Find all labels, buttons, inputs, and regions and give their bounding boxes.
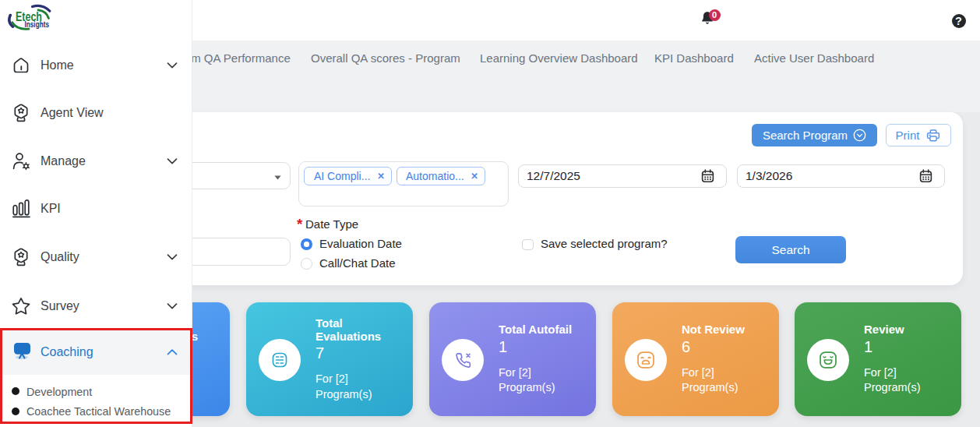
svg-text:Insights: Insights: [25, 19, 50, 29]
